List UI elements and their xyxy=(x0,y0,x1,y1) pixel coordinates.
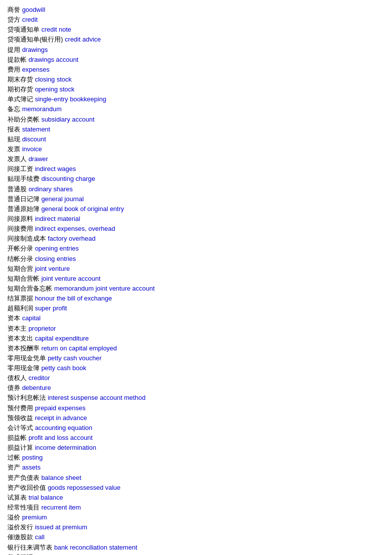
english-term: premium xyxy=(22,513,47,521)
list-item: 过帐 posting xyxy=(7,453,385,463)
english-term: discounting charge xyxy=(41,175,95,182)
chinese-term: 贴现 xyxy=(7,135,20,143)
english-term: petty cash voucher xyxy=(48,354,102,362)
chinese-term: 预付费用 xyxy=(7,404,33,412)
chinese-term: 溢价 xyxy=(7,513,20,521)
chinese-term: 期初存货 xyxy=(7,85,33,93)
chinese-term: 经常性项目 xyxy=(7,504,39,511)
english-term: single-entry bookkeeping xyxy=(35,95,107,103)
list-item: 会计等式 accounting equation xyxy=(7,423,385,433)
list-item: 损益计算 income determination xyxy=(7,443,385,453)
chinese-term: 溢价发行 xyxy=(7,523,33,531)
chinese-term: 发票人 xyxy=(7,155,27,163)
chinese-term: 资本投酬率 xyxy=(7,344,39,352)
english-term: credit xyxy=(22,16,38,23)
chinese-term: 结算票据 xyxy=(7,295,33,302)
list-item: 间接原料 indirect material xyxy=(7,214,385,224)
chinese-term: 提款帐 xyxy=(7,56,27,63)
list-item: 债券 debenture xyxy=(7,383,385,393)
chinese-term: 债权人 xyxy=(7,374,27,382)
chinese-term: 损益帐 xyxy=(7,434,27,441)
chinese-term: 普通日记簿 xyxy=(7,195,39,203)
chinese-term: 预领收益 xyxy=(7,414,33,422)
list-item: 单式簿记 single-entry bookkeeping xyxy=(7,94,385,104)
chinese-term: 债券 xyxy=(7,384,20,391)
english-term: joint venture account xyxy=(41,275,101,282)
chinese-term: 补助分类帐 xyxy=(7,116,39,123)
list-item: 资本投酬率 return on capital employed xyxy=(7,343,385,353)
list-item: 提款帐 drawings account xyxy=(7,55,385,65)
english-term: capital xyxy=(22,314,41,322)
chinese-term: 催缴股款 xyxy=(7,533,33,541)
list-item: 结算票据 honour the bill of exchange xyxy=(7,294,385,303)
list-item: 普通股 ordinary shares xyxy=(7,184,385,194)
list-item: 短期合营帐 joint venture account xyxy=(7,274,385,284)
english-term: expenses xyxy=(22,66,50,73)
english-term: goods repossessed value xyxy=(48,484,120,491)
list-item: 开帐分录 opening entries xyxy=(7,244,385,254)
list-item: 商誉 goodwill xyxy=(7,5,385,15)
english-term: creditor xyxy=(29,374,50,382)
chinese-term: 会计等式 xyxy=(7,424,33,431)
chinese-term: 过帐 xyxy=(7,454,20,461)
list-item: 试算表 trial balance xyxy=(7,493,385,503)
chinese-term: 结帐分录 xyxy=(7,255,33,262)
chinese-term: 试算表 xyxy=(7,494,27,501)
list-item: 损益帐 profit and loss account xyxy=(7,433,385,443)
english-term: goodwill xyxy=(22,6,45,13)
english-term: memorandum joint venture account xyxy=(54,285,155,292)
list-item: 经常性项目 recurrent item xyxy=(7,503,385,512)
english-term: proprietor xyxy=(29,325,56,332)
list-item: 短期合营备忘帐 memorandum joint venture account xyxy=(7,284,385,294)
list-item: 资产负债表 balance sheet xyxy=(7,473,385,483)
list-item: 资产 assets xyxy=(7,463,385,472)
english-term: closing entries xyxy=(35,255,76,262)
list-item: 催缴股款 call xyxy=(7,532,385,542)
list-item: 发票 invoice xyxy=(7,144,385,154)
english-term: ordinary shares xyxy=(29,185,73,193)
chinese-term: 提用 xyxy=(7,46,20,53)
list-item: 超额利润 super profit xyxy=(7,303,385,313)
chinese-term: 贷方 xyxy=(7,16,20,23)
english-term: general book of original entry xyxy=(41,205,124,213)
list-item: 期初存货 opening stock xyxy=(7,85,385,94)
english-term: balance sheet xyxy=(41,474,81,481)
english-term: indirect material xyxy=(35,215,80,222)
english-term: indirect expenses, overhead xyxy=(35,225,116,232)
chinese-term: 期末存货 xyxy=(7,76,33,83)
chinese-term: 资产收回价值 xyxy=(7,484,46,491)
chinese-term: 资本 xyxy=(7,314,20,322)
list-item: 贷方 credit xyxy=(7,15,385,25)
english-term: trial balance xyxy=(29,494,63,501)
chinese-term: 贷项通知单 xyxy=(7,26,39,33)
chinese-term: 费用 xyxy=(7,66,20,73)
list-item: 备忘 memorandum xyxy=(7,104,385,114)
list-item: 提用 drawings xyxy=(7,45,385,55)
english-term: super profit xyxy=(35,304,67,312)
english-term: honour the bill of exchange xyxy=(35,295,112,302)
english-term: drawer xyxy=(29,155,48,163)
english-term: accounting equation xyxy=(35,424,92,431)
list-item: 资本支出 capital expenditure xyxy=(7,334,385,343)
english-term: posting xyxy=(22,454,43,461)
english-term: discount xyxy=(22,135,46,143)
english-term: capital expenditure xyxy=(35,335,89,342)
list-item: 补助分类帐 subsidiary account xyxy=(7,115,385,125)
chinese-term: 资本支出 xyxy=(7,335,33,342)
list-item: 发票人 drawer xyxy=(7,154,385,164)
list-item: 预领收益 receipt in advance xyxy=(7,413,385,423)
list-item: 报表 statement xyxy=(7,125,385,134)
english-term: assets xyxy=(22,464,41,471)
chinese-term: 间接工资 xyxy=(7,165,33,172)
list-item: 间接费用 indirect expenses, overhead xyxy=(7,224,385,234)
list-item: 复式簿记 double-entry bookkeeping xyxy=(7,553,385,555)
chinese-term: 资产 xyxy=(7,464,20,471)
list-item: 债权人 creditor xyxy=(7,373,385,383)
english-term: opening entries xyxy=(35,245,79,252)
chinese-term: 发票 xyxy=(7,145,20,153)
chinese-term: 间接费用 xyxy=(7,225,33,232)
chinese-term: 备忘 xyxy=(7,105,20,113)
chinese-term: 银行往来调节表 xyxy=(7,544,52,551)
chinese-term: 开帐分录 xyxy=(7,245,33,252)
english-term: bank reconciliation statement xyxy=(54,544,137,551)
